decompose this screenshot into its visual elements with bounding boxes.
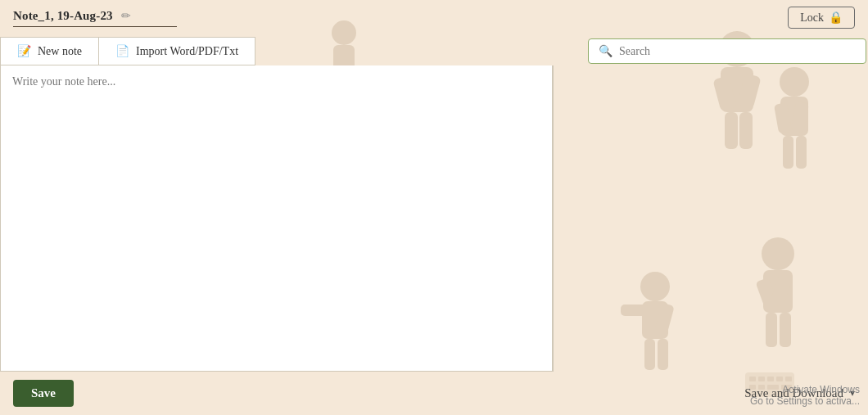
save-button[interactable]: Save xyxy=(13,380,74,407)
toolbar: 📝 New note 📄 Import Word/PDF/Txt 🔍 xyxy=(0,34,868,65)
lock-label: Lock xyxy=(800,11,824,25)
activate-line1: Activate Windows xyxy=(750,384,860,395)
right-panel xyxy=(553,65,868,372)
search-input[interactable] xyxy=(619,45,856,58)
note-title-area: Note_1, 19-Aug-23 ✏ xyxy=(13,9,177,27)
import-icon: 📄 xyxy=(115,44,129,58)
main-content xyxy=(0,65,868,372)
lock-icon: 🔒 xyxy=(829,11,843,25)
save-label: Save xyxy=(31,386,56,399)
note-title: Note_1, 19-Aug-23 xyxy=(13,9,113,23)
import-button[interactable]: 📄 Import Word/PDF/Txt xyxy=(98,37,255,65)
note-textarea[interactable] xyxy=(0,65,553,372)
new-note-icon: 📝 xyxy=(17,44,31,58)
new-note-button[interactable]: 📝 New note xyxy=(0,37,98,65)
edit-icon[interactable]: ✏ xyxy=(121,9,131,23)
search-container: 🔍 xyxy=(588,38,866,64)
editor-area xyxy=(0,65,553,372)
activation-watermark: Activate Windows Go to Settings to activ… xyxy=(750,384,860,407)
header: Note_1, 19-Aug-23 ✏ Lock 🔒 xyxy=(0,0,868,34)
import-label: Import Word/PDF/Txt xyxy=(136,45,238,58)
footer: Save Save and Download ▾ xyxy=(0,372,868,415)
activate-line2: Go to Settings to activa... xyxy=(750,395,860,407)
lock-button[interactable]: Lock 🔒 xyxy=(788,7,855,29)
new-note-label: New note xyxy=(38,45,82,58)
search-icon: 🔍 xyxy=(599,44,613,58)
